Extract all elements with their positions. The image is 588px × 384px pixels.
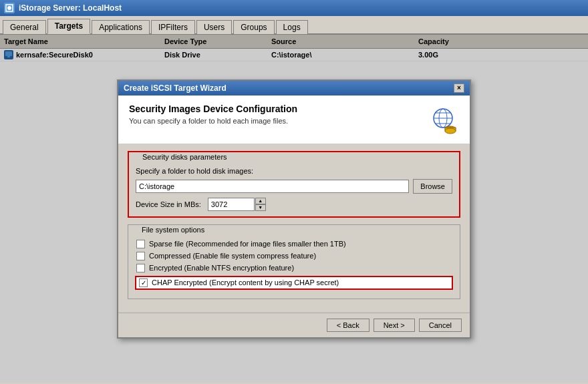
tab-targets[interactable]: Targets	[47, 19, 90, 34]
folder-input[interactable]	[136, 180, 409, 193]
checkbox-chap-label: CHAP Encrypted (Encrypt content by using…	[152, 278, 339, 286]
svg-point-1	[7, 6, 11, 10]
checkbox-encrypted[interactable]	[136, 264, 145, 272]
size-input-wrap: ▲ ▼	[208, 198, 266, 211]
tab-groups[interactable]: Groups	[233, 20, 274, 34]
title-bar: iStorage Server: LocalHost	[0, 0, 588, 16]
spin-down-button[interactable]: ▼	[255, 204, 266, 211]
wizard-header-icon	[427, 104, 459, 136]
wizard-header: Security Images Device Configuration You…	[118, 95, 470, 144]
disk-params-section: Security disks parameters Specify a fold…	[128, 151, 460, 218]
tab-logs[interactable]: Logs	[276, 20, 308, 34]
tab-applications[interactable]: Applications	[92, 20, 150, 34]
browse-button[interactable]: Browse	[413, 179, 452, 194]
wizard-body: Security disks parameters Specify a fold…	[118, 144, 470, 313]
spin-up-button[interactable]: ▲	[255, 198, 266, 204]
app-icon	[4, 3, 15, 13]
checkbox-compressed-label: Compressed (Enable file system compress …	[149, 252, 316, 260]
back-button[interactable]: < Back	[327, 319, 370, 332]
checkbox-chap[interactable]: ✓	[139, 278, 148, 287]
checkbox-row-encrypted: Encrypted (Enable NTFS encryption featur…	[135, 264, 453, 272]
size-label: Device Size in MBs:	[136, 200, 201, 208]
tab-ipfilters[interactable]: IPFilters	[151, 20, 195, 34]
wizard-close-button[interactable]: ×	[454, 83, 464, 93]
fs-options-legend: File system options	[139, 226, 207, 234]
folder-input-row: Browse	[136, 179, 452, 194]
wizard-title-bar: Create iSCSI Target Wizard ×	[118, 81, 470, 95]
checkbox-compressed[interactable]	[136, 252, 145, 260]
wizard-footer: < Back Next > Cancel	[118, 313, 470, 337]
wizard-dialog: Create iSCSI Target Wizard × Security Im…	[117, 79, 471, 339]
title-bar-label: iStorage Server: LocalHost	[19, 3, 122, 13]
svg-point-11	[445, 128, 456, 134]
size-spinner: ▲ ▼	[255, 198, 266, 211]
tab-users[interactable]: Users	[196, 20, 232, 34]
disk-params-legend: Security disks parameters	[140, 153, 230, 161]
wizard-header-text: Security Images Device Configuration You…	[129, 104, 297, 125]
cancel-button[interactable]: Cancel	[419, 319, 462, 332]
checkbox-row-chap: ✓ CHAP Encrypted (Encrypt content by usi…	[135, 276, 453, 290]
wizard-header-subtitle: You can specify a folder to hold each im…	[129, 117, 297, 125]
checkbox-sparse-label: Sparse file (Recommended for image files…	[149, 240, 346, 248]
fs-options-section: File system options Sparse file (Recomme…	[128, 224, 460, 299]
checkbox-row-compressed: Compressed (Enable file system compress …	[135, 252, 453, 260]
main-content: Target Name Device Type Source Capacity …	[0, 35, 588, 383]
size-row: Device Size in MBs: ▲ ▼	[136, 198, 452, 211]
size-input[interactable]	[208, 198, 255, 211]
checkbox-sparse[interactable]	[136, 240, 145, 248]
checkbox-encrypted-label: Encrypted (Enable NTFS encryption featur…	[149, 264, 294, 272]
modal-overlay: Create iSCSI Target Wizard × Security Im…	[0, 35, 588, 383]
tab-general[interactable]: General	[3, 20, 46, 34]
wizard-title: Create iSCSI Target Wizard	[124, 83, 227, 93]
folder-label: Specify a folder to hold disk images:	[136, 167, 253, 175]
folder-row: Specify a folder to hold disk images:	[136, 167, 452, 175]
checkbox-row-sparse: Sparse file (Recommended for image files…	[135, 240, 453, 248]
wizard-header-title: Security Images Device Configuration	[129, 104, 297, 114]
next-button[interactable]: Next >	[374, 319, 415, 332]
tab-bar: General Targets Applications IPFilters U…	[0, 16, 588, 35]
